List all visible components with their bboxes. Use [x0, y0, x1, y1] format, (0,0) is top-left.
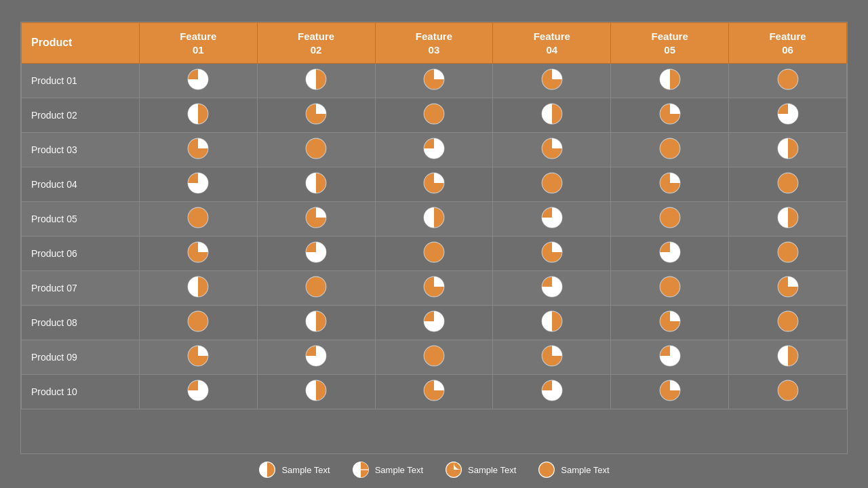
harvey-ball-cell: [139, 375, 257, 409]
harvey-ball: [186, 310, 210, 333]
harvey-ball: [186, 275, 210, 298]
harvey-ball-cell: [257, 167, 375, 202]
harvey-ball: [304, 102, 328, 125]
harvey-ball: [422, 344, 446, 367]
harvey-ball-cell: [139, 271, 257, 306]
harvey-ball-cell: [139, 306, 257, 340]
product-name: Product 08: [22, 306, 140, 340]
harvey-ball-cell: [257, 202, 375, 237]
harvey-ball-cell: [139, 237, 257, 271]
col-header-product: Product: [22, 23, 140, 64]
harvey-ball: [540, 379, 564, 402]
harvey-ball: [422, 241, 446, 264]
harvey-ball: [776, 310, 800, 333]
legend-item-75: Sample Text: [445, 461, 516, 479]
harvey-ball-cell: [729, 202, 847, 237]
harvey-ball-cell: [493, 306, 611, 340]
harvey-ball-cell: [611, 375, 729, 409]
harvey-ball-cell: [493, 133, 611, 167]
harvey-ball: [540, 206, 564, 229]
harvey-ball: [658, 310, 682, 333]
harvey-ball-cell: [611, 202, 729, 237]
harvey-ball: [658, 379, 682, 402]
col-header-f05: Feature05: [611, 23, 729, 64]
harvey-ball-cell: [375, 202, 493, 237]
harvey-ball: [422, 137, 446, 160]
product-name: Product 06: [22, 237, 140, 271]
harvey-ball-cell: [729, 271, 847, 306]
harvey-ball: [540, 275, 564, 298]
product-name: Product 04: [22, 167, 140, 202]
harvey-ball: [304, 171, 328, 195]
harvey-ball-cell: [375, 306, 493, 340]
svg-point-13: [306, 138, 326, 159]
harvey-ball: [186, 344, 210, 367]
col-header-f06: Feature06: [729, 23, 847, 64]
harvey-ball: [422, 171, 446, 195]
harvey-ball: [186, 379, 210, 402]
harvey-ball-cell: [139, 167, 257, 202]
svg-point-35: [778, 242, 798, 262]
legend-item-100: Sample Text: [538, 461, 609, 479]
harvey-ball: [540, 344, 564, 367]
product-name: Product 03: [22, 133, 140, 167]
col-header-f02: Feature02: [257, 23, 375, 64]
harvey-ball-cell: [729, 375, 847, 409]
col-header-f03: Feature03: [375, 23, 493, 64]
harvey-ball-cell: [139, 133, 257, 167]
harvey-ball-cell: [611, 306, 729, 340]
product-name: Product 09: [22, 340, 140, 375]
harvey-ball-cell: [729, 340, 847, 375]
legend-ball-100: [538, 461, 555, 479]
harvey-ball: [304, 137, 328, 160]
harvey-ball-cell: [493, 202, 611, 237]
harvey-ball: [658, 137, 682, 160]
svg-point-59: [778, 380, 798, 401]
harvey-ball-cell: [729, 64, 847, 98]
product-name: Product 07: [22, 271, 140, 306]
harvey-ball: [304, 275, 328, 298]
harvey-ball: [658, 68, 682, 91]
harvey-ball-cell: [139, 64, 257, 98]
table-row: Product 07: [22, 271, 847, 306]
harvey-ball: [776, 275, 800, 298]
harvey-ball-cell: [611, 98, 729, 133]
svg-point-37: [306, 277, 326, 297]
legend-ball-25: [258, 461, 276, 479]
harvey-ball: [658, 171, 682, 195]
harvey-ball: [658, 241, 682, 264]
table-container: Product Feature01 Feature02 Feature03 Fe…: [20, 22, 848, 454]
svg-point-42: [188, 311, 208, 331]
svg-point-32: [424, 242, 444, 262]
harvey-ball-cell: [375, 98, 493, 133]
harvey-ball: [540, 68, 564, 91]
harvey-ball-cell: [611, 237, 729, 271]
svg-point-40: [660, 277, 680, 297]
harvey-ball-cell: [611, 167, 729, 202]
legend: Sample Text Sample Text Sample Text Samp…: [20, 454, 848, 481]
harvey-ball: [304, 379, 328, 402]
harvey-ball: [776, 379, 800, 402]
harvey-ball: [658, 102, 682, 125]
harvey-ball: [304, 206, 328, 229]
table-row: Product 05: [22, 202, 847, 237]
harvey-ball: [776, 137, 800, 160]
harvey-ball: [776, 241, 800, 264]
harvey-ball-cell: [493, 237, 611, 271]
harvey-ball: [186, 102, 210, 125]
harvey-ball-cell: [493, 375, 611, 409]
harvey-ball: [422, 379, 446, 402]
harvey-ball-cell: [257, 237, 375, 271]
product-name: Product 01: [22, 64, 140, 98]
harvey-ball-cell: [729, 237, 847, 271]
harvey-ball: [540, 241, 564, 264]
harvey-ball-cell: [729, 306, 847, 340]
legend-label-50: Sample Text: [375, 465, 423, 475]
harvey-ball: [422, 310, 446, 333]
harvey-ball: [422, 206, 446, 229]
harvey-ball: [186, 68, 210, 91]
svg-point-23: [778, 173, 798, 193]
harvey-balls-table: Product Feature01 Feature02 Feature03 Fe…: [21, 22, 847, 409]
harvey-ball-cell: [139, 202, 257, 237]
harvey-ball: [186, 206, 210, 229]
